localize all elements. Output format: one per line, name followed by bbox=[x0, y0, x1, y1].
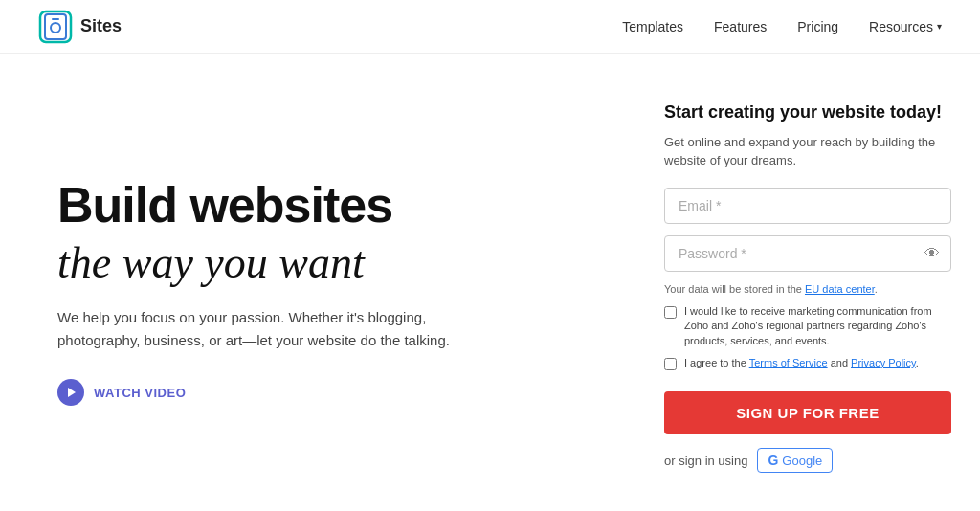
data-storage-note: Your data will be stored in the EU data … bbox=[664, 283, 951, 295]
or-signin-row: or sign in using G Google bbox=[664, 448, 951, 473]
svg-rect-3 bbox=[52, 18, 59, 20]
marketing-checkbox-label: I would like to receive marketing commun… bbox=[684, 304, 951, 348]
nav-resources[interactable]: Resources ▾ bbox=[869, 19, 942, 34]
form-title: Start creating your website today! bbox=[664, 101, 951, 123]
tos-checkbox[interactable] bbox=[664, 358, 677, 370]
watch-video-button[interactable]: WATCH VIDEO bbox=[57, 379, 186, 406]
nav-links: Templates Features Pricing Resources ▾ bbox=[622, 19, 942, 34]
password-input[interactable] bbox=[664, 235, 951, 272]
marketing-checkbox-row: I would like to receive marketing commun… bbox=[664, 304, 951, 348]
play-triangle-icon bbox=[68, 388, 76, 397]
form-subtitle: Get online and expand your reach by buil… bbox=[664, 133, 951, 170]
logo-text: Sites bbox=[80, 16, 122, 36]
password-field-wrap: 👁 bbox=[664, 235, 951, 272]
hero-description: We help you focus on your passion. Wheth… bbox=[57, 306, 479, 352]
google-label: Google bbox=[782, 454, 822, 468]
privacy-policy-link[interactable]: Privacy Policy bbox=[851, 357, 916, 368]
email-input[interactable] bbox=[664, 188, 951, 224]
nav-pricing[interactable]: Pricing bbox=[797, 19, 838, 34]
nav-features[interactable]: Features bbox=[714, 19, 767, 34]
signup-form-panel: Start creating your website today! Get o… bbox=[635, 54, 980, 511]
terms-of-service-link[interactable]: Terms of Service bbox=[749, 357, 828, 368]
logo-icon bbox=[38, 10, 73, 44]
or-signin-label: or sign in using bbox=[664, 454, 747, 468]
tos-checkbox-label: I agree to the Terms of Service and Priv… bbox=[684, 356, 919, 370]
email-field-wrap bbox=[664, 188, 951, 224]
main-content: Build websites the way you want We help … bbox=[0, 54, 980, 511]
svg-rect-1 bbox=[45, 14, 66, 39]
tos-checkbox-row: I agree to the Terms of Service and Priv… bbox=[664, 356, 951, 370]
hero-title-bold: Build websites bbox=[57, 178, 588, 233]
google-signin-button[interactable]: G Google bbox=[757, 448, 833, 473]
eu-data-center-link[interactable]: EU data center bbox=[805, 283, 875, 295]
signup-button[interactable]: SIGN UP FOR FREE bbox=[664, 391, 951, 434]
hero-title-script: the way you want bbox=[57, 236, 588, 289]
svg-point-2 bbox=[51, 23, 60, 33]
hero-section: Build websites the way you want We help … bbox=[0, 54, 635, 511]
chevron-down-icon: ▾ bbox=[937, 21, 942, 32]
logo[interactable]: Sites bbox=[38, 10, 122, 44]
toggle-password-icon[interactable]: 👁 bbox=[924, 245, 940, 262]
nav-templates[interactable]: Templates bbox=[622, 19, 683, 34]
play-icon bbox=[57, 379, 84, 406]
watch-video-label: WATCH VIDEO bbox=[94, 386, 186, 400]
navbar: Sites Templates Features Pricing Resourc… bbox=[0, 0, 980, 54]
marketing-checkbox[interactable] bbox=[664, 306, 677, 319]
google-g-icon: G bbox=[768, 453, 778, 468]
